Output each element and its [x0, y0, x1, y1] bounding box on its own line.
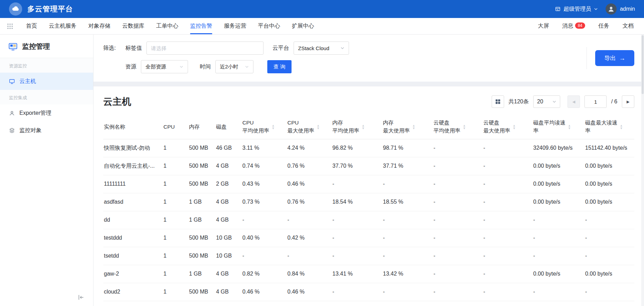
sidebar-collapse-icon[interactable]	[78, 294, 84, 300]
column-header[interactable]: 云硬盘 平均使用率▲▼	[433, 115, 483, 139]
table-row[interactable]: cloud21500 MB4 GB0.46 %0.46 %------	[103, 283, 634, 301]
column-header[interactable]: 内存 最大使用率▲▼	[382, 115, 433, 139]
nav-right: 大屏 消息84 任务 文档	[538, 22, 634, 30]
column-header[interactable]: 内存 平均使用率▲▼	[332, 115, 382, 139]
org-icon	[555, 6, 561, 12]
instance-name-cell: 自动化专用云主机-...	[103, 157, 163, 175]
sort-carets-icon[interactable]: ▲▼	[513, 124, 516, 130]
sort-carets-icon[interactable]: ▲▼	[272, 124, 275, 130]
nav-item[interactable]: 云主机服务	[49, 18, 77, 34]
metric-cell: -	[433, 211, 483, 229]
sidebar-item-label: 云主机	[19, 78, 36, 85]
page-size-select[interactable]: 20	[533, 95, 560, 108]
metric-cell: 0.00 byte/s	[584, 157, 634, 175]
avatar[interactable]	[606, 3, 617, 15]
metric-cell: 4 GB	[215, 283, 242, 301]
table-row[interactable]: gaw-211 GB4 GB0.82 %0.84 %13.41 %13.42 %…	[103, 265, 634, 283]
table-row[interactable]: 快照恢复测试-勿动1500 MB46 GB3.11 %4.24 %96.82 %…	[103, 139, 634, 157]
metric-cell: 500 MB	[188, 175, 215, 193]
instances-table: 实例名称CPU内存磁盘CPU 平均使用率▲▼CPU 最大使用率▲▼内存 平均使用…	[103, 115, 634, 301]
column-header[interactable]: CPU 最大使用率▲▼	[287, 115, 332, 139]
resource-select[interactable]: 全部资源	[141, 60, 188, 73]
export-area: 导出 →	[587, 47, 634, 69]
time-label: 时间	[200, 63, 211, 71]
nav-docs[interactable]: 文档	[623, 22, 634, 30]
column-header[interactable]: 磁盘最大读速 率▲▼	[584, 115, 634, 139]
sort-carets-icon[interactable]: ▲▼	[317, 124, 320, 130]
column-header[interactable]: 云硬盘 最大使用率▲▼	[483, 115, 533, 139]
metric-cell: -	[382, 211, 433, 229]
nav-item[interactable]: 云数据库	[122, 18, 144, 34]
tag-value-input[interactable]	[146, 41, 263, 55]
metric-cell: -	[433, 157, 483, 175]
table-row[interactable]: asdfasd11 GB4 GB0.73 %0.76 %18.54 %18.55…	[103, 193, 634, 211]
scrollbar-thumb[interactable]	[642, 35, 644, 94]
metric-cell: 0.00 byte/s	[533, 193, 584, 211]
total-count: 共120条	[509, 98, 529, 105]
sort-carets-icon[interactable]: ▲▼	[412, 124, 415, 130]
prev-page-button[interactable]: ◀	[567, 95, 580, 108]
platform-select[interactable]: ZStack Cloud	[294, 41, 349, 55]
metric-cell: 2 GB	[215, 175, 242, 193]
column-header[interactable]: CPU 平均使用率▲▼	[242, 115, 287, 139]
table-row[interactable]: 111111111500 MB2 GB0.43 %0.46 %----0.00 …	[103, 175, 634, 193]
app-title: 多云管理平台	[27, 4, 73, 14]
metric-cell: -	[287, 211, 332, 229]
query-button[interactable]: 查 询	[267, 60, 292, 73]
nav-item[interactable]: 扩展中心	[292, 18, 314, 34]
column-header: 内存	[188, 115, 215, 139]
metric-cell: -	[433, 229, 483, 247]
metric-cell: -	[433, 265, 483, 283]
sidebar-item[interactable]: 监控对象	[0, 122, 93, 139]
table-row[interactable]: tsetdd1500 MB10 GB--------	[103, 247, 634, 265]
metric-cell: 1 GB	[188, 211, 215, 229]
metric-cell: -	[533, 211, 584, 229]
table-row[interactable]: 自动化专用云主机-...1500 MB4 GB0.74 %0.76 %37.70…	[103, 157, 634, 175]
sidebar-groups: 资源监控云主机监控集成Exporter管理监控对象	[0, 58, 93, 139]
sidebar-item[interactable]: Exporter管理	[0, 104, 93, 122]
table-row[interactable]: testddd1500 MB10 GB0.40 %0.42 %------	[103, 229, 634, 247]
metric-cell: 37.71 %	[382, 157, 433, 175]
metric-cell: 151142.40 byte/s	[584, 139, 634, 157]
cloud-icon	[11, 5, 20, 13]
sidebar-item[interactable]: 云主机	[0, 73, 93, 90]
metric-cell: 37.70 %	[332, 157, 382, 175]
metric-cell: 1	[163, 157, 188, 175]
nav-item[interactable]: 对象存储	[88, 18, 110, 34]
page-number-input[interactable]	[584, 95, 607, 108]
export-button[interactable]: 导出 →	[595, 50, 634, 66]
metric-cell: -	[483, 175, 533, 193]
metric-cell: -	[483, 139, 533, 157]
metric-cell: -	[533, 283, 584, 301]
column-header-label: 云硬盘 平均使用率	[433, 119, 460, 135]
sort-carets-icon[interactable]: ▲▼	[620, 124, 623, 130]
vertical-divider	[587, 47, 587, 69]
instance-name-cell: testddd	[103, 229, 163, 247]
next-page-button[interactable]: ▶	[622, 95, 634, 108]
nav-item[interactable]: 平台中心	[258, 18, 280, 34]
nav-item[interactable]: 首页	[26, 18, 37, 34]
sort-carets-icon[interactable]: ▲▼	[362, 124, 365, 130]
metric-cell: 1	[163, 229, 188, 247]
nav-item[interactable]: 工单中心	[156, 18, 178, 34]
app-launcher-icon[interactable]	[7, 23, 13, 29]
nav-bigscreen[interactable]: 大屏	[538, 22, 549, 30]
nav-tasks[interactable]: 任务	[598, 22, 609, 30]
table-row[interactable]: dd11 GB4 GB--------	[103, 211, 634, 229]
metric-cell: 0.76 %	[287, 193, 332, 211]
main-content: 筛选: 标签值 云平台 ZStack Cloud 资源 全部资源	[93, 35, 644, 306]
metric-cell: -	[433, 139, 483, 157]
metric-cell: 1 GB	[188, 193, 215, 211]
role-dropdown[interactable]: 超级管理员	[555, 6, 598, 13]
nav-messages[interactable]: 消息84	[562, 22, 585, 30]
app-logo[interactable]	[9, 2, 22, 16]
vertical-scrollbar[interactable]	[641, 35, 644, 306]
sort-carets-icon[interactable]: ▲▼	[568, 124, 571, 130]
column-settings-button[interactable]	[492, 95, 504, 108]
sort-carets-icon[interactable]: ▲▼	[463, 124, 466, 130]
time-select[interactable]: 近2小时	[215, 60, 253, 73]
nav-item[interactable]: 监控告警	[190, 18, 212, 34]
metric-cell: 500 MB	[188, 247, 215, 265]
column-header[interactable]: 磁盘平均读速 率▲▼	[533, 115, 584, 139]
nav-item[interactable]: 服务运营	[224, 18, 246, 34]
